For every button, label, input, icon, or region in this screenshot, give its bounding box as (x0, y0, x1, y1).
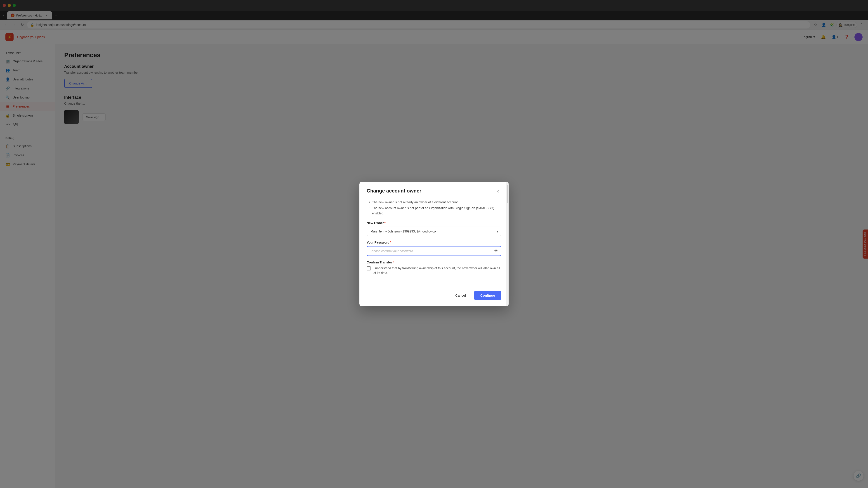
modal-header: Change account owner × (360, 182, 508, 200)
new-owner-select[interactable]: Mary Jenny Johnson - 1969293d@moodjoy.co… (367, 227, 501, 236)
modal-conditions: The new owner is not already an owner of… (367, 200, 501, 216)
modal-overlay[interactable]: Change account owner × The new owner is … (0, 0, 868, 488)
password-input[interactable] (367, 246, 501, 256)
modal-title: Change account owner (367, 188, 421, 194)
required-marker-3: * (393, 260, 394, 264)
continue-button[interactable]: Continue (474, 291, 501, 300)
confirm-transfer-checkbox-label[interactable]: I understand that by transferring owners… (367, 266, 501, 275)
new-owner-select-wrapper: Mary Jenny Johnson - 1969293d@moodjoy.co… (367, 227, 501, 236)
cancel-button[interactable]: Cancel (450, 291, 471, 300)
change-account-owner-modal: Change account owner × The new owner is … (360, 182, 508, 306)
modal-scrollbar-thumb[interactable] (507, 185, 508, 203)
password-label: Your Password* (367, 240, 501, 244)
required-marker-2: * (390, 240, 391, 244)
condition-2: The new owner is not already an owner of… (372, 200, 501, 205)
confirm-transfer-checkbox[interactable] (367, 266, 371, 270)
eye-icon: 👁 (494, 249, 498, 253)
modal-close-button[interactable]: × (494, 188, 501, 195)
confirm-transfer-label: Confirm Transfer* (367, 260, 501, 264)
new-owner-form-group: New Owner* Mary Jenny Johnson - 1969293d… (367, 221, 501, 236)
modal-footer: Cancel Continue (360, 286, 508, 306)
password-field-wrapper: 👁 (367, 246, 501, 256)
password-toggle-btn[interactable]: 👁 (494, 249, 498, 254)
confirm-transfer-text: I understand that by transferring owners… (373, 266, 501, 275)
condition-3: The new account owner is not part of an … (372, 205, 501, 216)
password-form-group: Your Password* 👁 (367, 240, 501, 256)
modal-body: The new owner is not already an owner of… (360, 200, 508, 286)
new-owner-label: New Owner* (367, 221, 501, 225)
required-marker: * (384, 221, 385, 225)
modal-scrollbar-track (506, 182, 508, 306)
confirm-transfer-section: Confirm Transfer* I understand that by t… (367, 260, 501, 275)
